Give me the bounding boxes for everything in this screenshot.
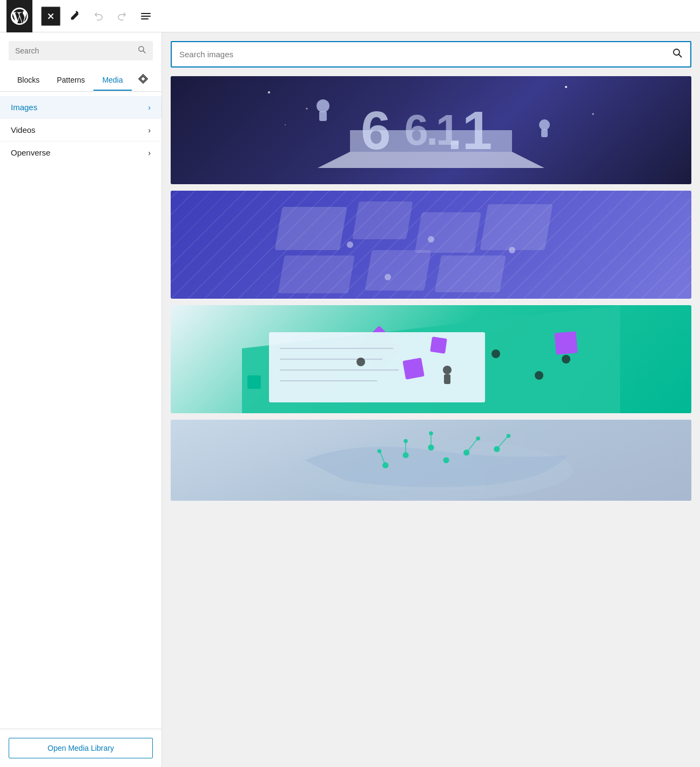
- close-icon: [46, 12, 55, 21]
- toolbar: [0, 0, 700, 32]
- svg-point-29: [347, 241, 353, 248]
- media-item-openverse[interactable]: Openverse ›: [0, 141, 161, 164]
- media-item-images[interactable]: Images ›: [0, 96, 161, 118]
- svg-point-65: [443, 457, 449, 463]
- svg-point-46: [535, 371, 543, 380]
- image-item-1[interactable]: [171, 191, 691, 299]
- image-grid: 6 .1: [171, 76, 691, 501]
- open-media-library-button[interactable]: Open Media Library: [9, 738, 153, 758]
- undo-button[interactable]: [89, 6, 108, 26]
- svg-point-52: [403, 439, 408, 443]
- image-search-icon: [672, 48, 683, 61]
- svg-rect-27: [365, 250, 431, 291]
- svg-rect-42: [247, 375, 261, 389]
- svg-point-16: [593, 113, 594, 115]
- search-icon: [138, 45, 146, 56]
- svg-line-8: [679, 55, 682, 57]
- svg-text:.1: .1: [447, 100, 492, 160]
- svg-line-4: [144, 51, 146, 53]
- block-search-input[interactable]: [15, 46, 133, 55]
- svg-point-45: [492, 349, 500, 358]
- edit-button[interactable]: [65, 6, 84, 26]
- svg-rect-26: [278, 255, 354, 293]
- svg-point-7: [674, 49, 679, 55]
- media-list: Images › Videos › Openverse ›: [0, 92, 161, 729]
- close-button[interactable]: [41, 6, 60, 26]
- svg-rect-21: [541, 129, 548, 137]
- wp-logo: [6, 0, 32, 32]
- image-thumbnail-0: 6 .1: [171, 76, 691, 184]
- svg-rect-19: [319, 111, 327, 121]
- undo-icon: [93, 11, 104, 22]
- patterns-icon-button[interactable]: [133, 69, 153, 91]
- svg-point-64: [378, 449, 382, 453]
- menu-icon: [140, 11, 151, 22]
- redo-button[interactable]: [112, 6, 132, 26]
- chevron-right-icon: ›: [148, 126, 151, 134]
- svg-rect-28: [435, 255, 506, 292]
- bottom-area: Open Media Library: [0, 729, 161, 767]
- image-search-input[interactable]: [179, 50, 668, 59]
- svg-text:6: 6: [361, 100, 391, 160]
- svg-point-31: [509, 247, 515, 253]
- svg-rect-22: [275, 207, 347, 250]
- media-item-videos[interactable]: Videos ›: [0, 118, 161, 141]
- svg-rect-44: [444, 374, 450, 384]
- image-item-2[interactable]: [171, 305, 691, 413]
- svg-point-20: [539, 119, 550, 130]
- chevron-right-icon: ›: [148, 103, 151, 112]
- svg-rect-24: [415, 212, 481, 253]
- svg-point-30: [428, 236, 434, 243]
- svg-point-15: [565, 86, 567, 88]
- svg-point-17: [285, 124, 286, 125]
- svg-rect-34: [269, 332, 485, 402]
- wp-logo-icon: [11, 8, 28, 25]
- svg-point-58: [476, 436, 480, 441]
- svg-rect-25: [480, 204, 553, 250]
- svg-marker-9: [318, 152, 544, 168]
- main-layout: Blocks Patterns Media Images › Videos › …: [0, 32, 700, 767]
- redo-icon: [117, 11, 127, 22]
- diamond-icon: [138, 73, 149, 84]
- image-item-0[interactable]: 6 .1: [171, 76, 691, 184]
- svg-rect-39: [402, 358, 425, 380]
- svg-rect-23: [352, 201, 413, 239]
- svg-point-14: [306, 108, 308, 110]
- image-thumbnail-1: [171, 191, 691, 299]
- svg-point-18: [317, 99, 329, 112]
- chevron-right-icon: ›: [148, 149, 151, 157]
- svg-point-3: [139, 46, 144, 51]
- right-panel: 6 .1: [162, 32, 700, 767]
- tab-blocks[interactable]: Blocks: [9, 70, 48, 91]
- svg-point-13: [268, 91, 270, 93]
- tabs: Blocks Patterns Media: [0, 69, 161, 92]
- svg-rect-40: [430, 337, 447, 354]
- tab-media[interactable]: Media: [93, 70, 131, 91]
- image-thumbnail-2: [171, 305, 691, 413]
- svg-point-47: [356, 358, 365, 366]
- svg-point-48: [562, 355, 570, 364]
- svg-point-55: [429, 432, 433, 436]
- tab-patterns[interactable]: Patterns: [48, 70, 93, 91]
- menu-button[interactable]: [136, 6, 156, 26]
- image-item-3[interactable]: [171, 420, 691, 501]
- pencil-icon: [69, 11, 80, 22]
- svg-rect-41: [554, 331, 577, 354]
- block-search-box[interactable]: [9, 41, 153, 60]
- image-search-box[interactable]: [171, 41, 691, 68]
- image-thumbnail-3: [171, 420, 691, 501]
- svg-point-61: [507, 434, 511, 438]
- left-panel: Blocks Patterns Media Images › Videos › …: [0, 32, 162, 767]
- svg-point-43: [443, 366, 452, 374]
- svg-point-32: [385, 274, 391, 280]
